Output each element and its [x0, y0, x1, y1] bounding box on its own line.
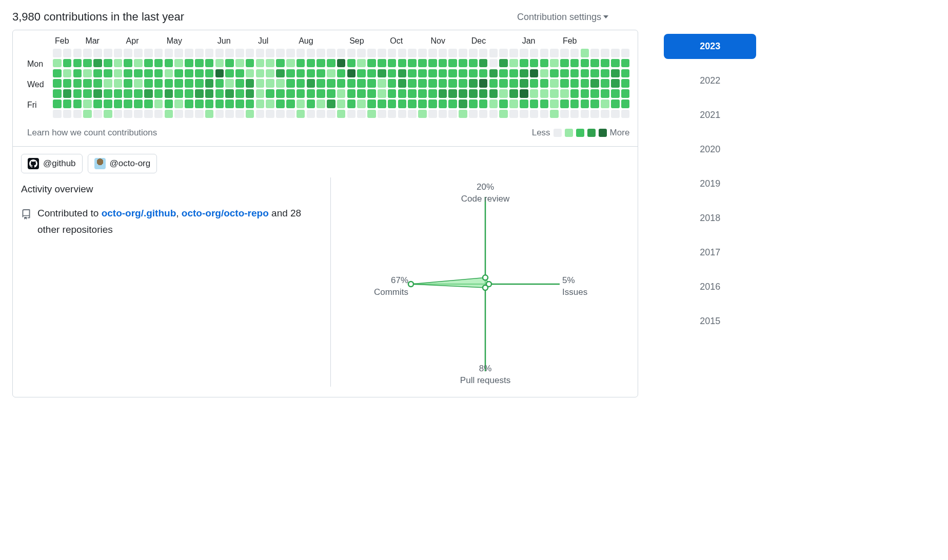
contribution-cell[interactable]	[73, 99, 82, 108]
contribution-cell[interactable]	[357, 69, 366, 78]
contribution-cell[interactable]	[581, 69, 589, 78]
contribution-cell[interactable]	[256, 69, 265, 78]
contribution-cell[interactable]	[235, 89, 244, 98]
contribution-cell[interactable]	[134, 79, 143, 88]
contribution-cell[interactable]	[540, 79, 549, 88]
contribution-cell[interactable]	[560, 49, 569, 57]
contribution-cell[interactable]	[307, 69, 315, 78]
contribution-cell[interactable]	[63, 89, 72, 98]
contribution-cell[interactable]	[601, 69, 609, 78]
contribution-cell[interactable]	[489, 110, 498, 118]
contribution-cell[interactable]	[144, 110, 153, 118]
contribution-cell[interactable]	[114, 49, 123, 57]
contribution-cell[interactable]	[114, 89, 123, 98]
contribution-cell[interactable]	[53, 59, 62, 68]
contribution-cell[interactable]	[114, 110, 123, 118]
contribution-cell[interactable]	[317, 110, 325, 118]
contribution-cell[interactable]	[246, 69, 254, 78]
contribution-cell[interactable]	[418, 59, 427, 68]
contribution-cell[interactable]	[185, 110, 193, 118]
contribution-cell[interactable]	[154, 99, 163, 108]
contribution-cell[interactable]	[104, 59, 112, 68]
contribution-cell[interactable]	[337, 49, 346, 57]
contribution-cell[interactable]	[550, 110, 559, 118]
contribution-cell[interactable]	[459, 49, 467, 57]
contribution-cell[interactable]	[195, 59, 204, 68]
contribution-cell[interactable]	[327, 89, 335, 98]
contribution-cell[interactable]	[266, 89, 274, 98]
contribution-cell[interactable]	[357, 49, 366, 57]
contribution-cell[interactable]	[611, 69, 620, 78]
contribution-cell[interactable]	[93, 79, 102, 88]
contribution-cell[interactable]	[276, 69, 285, 78]
contribution-cell[interactable]	[185, 79, 193, 88]
contribution-cell[interactable]	[327, 49, 335, 57]
contribution-cell[interactable]	[428, 79, 437, 88]
contribution-cell[interactable]	[581, 89, 589, 98]
contribution-heatmap[interactable]	[53, 49, 629, 118]
contribution-cell[interactable]	[479, 89, 488, 98]
contribution-cell[interactable]	[83, 69, 92, 78]
contribution-cell[interactable]	[469, 49, 478, 57]
contribution-cell[interactable]	[256, 49, 265, 57]
contribution-cell[interactable]	[479, 99, 488, 108]
contribution-cell[interactable]	[590, 49, 599, 57]
contribution-cell[interactable]	[144, 59, 153, 68]
contribution-cell[interactable]	[601, 99, 609, 108]
contribution-cell[interactable]	[317, 49, 325, 57]
contribution-cell[interactable]	[570, 99, 579, 108]
contribution-cell[interactable]	[246, 49, 254, 57]
contribution-cell[interactable]	[590, 59, 599, 68]
contribution-cell[interactable]	[63, 99, 72, 108]
contribution-cell[interactable]	[367, 59, 376, 68]
contribution-cell[interactable]	[337, 110, 346, 118]
contribution-cell[interactable]	[205, 69, 214, 78]
contribution-cell[interactable]	[469, 69, 478, 78]
contribution-cell[interactable]	[134, 99, 143, 108]
contribution-cell[interactable]	[205, 89, 214, 98]
contribution-cell[interactable]	[124, 99, 132, 108]
contribution-cell[interactable]	[439, 99, 447, 108]
contribution-cell[interactable]	[520, 69, 528, 78]
contribution-cell[interactable]	[459, 110, 467, 118]
contribution-cell[interactable]	[570, 110, 579, 118]
contribution-cell[interactable]	[398, 89, 407, 98]
contribution-cell[interactable]	[225, 110, 234, 118]
contribution-cell[interactable]	[93, 99, 102, 108]
contribution-cell[interactable]	[307, 49, 315, 57]
contribution-cell[interactable]	[357, 89, 366, 98]
contribution-cell[interactable]	[195, 99, 204, 108]
contribution-cell[interactable]	[246, 59, 254, 68]
contribution-cell[interactable]	[550, 49, 559, 57]
contribution-cell[interactable]	[327, 69, 335, 78]
contribution-cell[interactable]	[611, 89, 620, 98]
contribution-cell[interactable]	[509, 49, 518, 57]
contribution-cell[interactable]	[590, 69, 599, 78]
contribution-cell[interactable]	[307, 89, 315, 98]
contribution-cell[interactable]	[489, 69, 498, 78]
contribution-cell[interactable]	[215, 69, 224, 78]
contribution-cell[interactable]	[570, 69, 579, 78]
contribution-cell[interactable]	[154, 59, 163, 68]
contribution-cell[interactable]	[479, 79, 488, 88]
contribution-cell[interactable]	[489, 49, 498, 57]
contribution-cell[interactable]	[560, 99, 569, 108]
contribution-cell[interactable]	[63, 59, 72, 68]
contribution-cell[interactable]	[154, 110, 163, 118]
contribution-cell[interactable]	[337, 99, 346, 108]
contribution-cell[interactable]	[165, 49, 173, 57]
contribution-cell[interactable]	[165, 59, 173, 68]
contribution-cell[interactable]	[124, 110, 132, 118]
contribution-cell[interactable]	[297, 59, 305, 68]
contribution-cell[interactable]	[246, 89, 254, 98]
contribution-cell[interactable]	[134, 89, 143, 98]
contribution-cell[interactable]	[347, 79, 356, 88]
contribution-cell[interactable]	[104, 79, 112, 88]
contribution-cell[interactable]	[83, 110, 92, 118]
contribution-cell[interactable]	[418, 99, 427, 108]
contribution-cell[interactable]	[317, 89, 325, 98]
contribution-cell[interactable]	[590, 99, 599, 108]
contribution-cell[interactable]	[448, 49, 457, 57]
contribution-cell[interactable]	[479, 49, 488, 57]
contribution-cell[interactable]	[459, 99, 467, 108]
